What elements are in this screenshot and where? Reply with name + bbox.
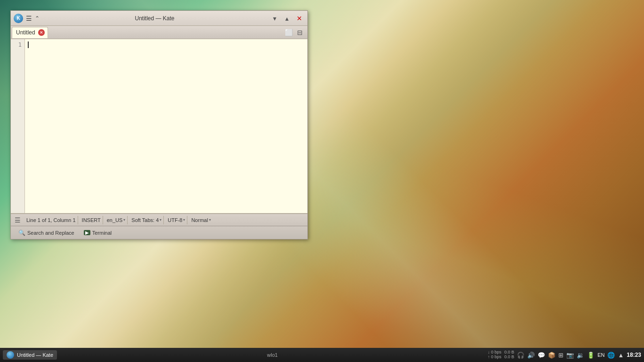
headphone-icon[interactable]: 🎧 [517, 352, 524, 359]
indent-value: Soft Tabs: 4 [131, 217, 159, 223]
taskbar-center: wlo1 [59, 352, 486, 358]
editor-area: 1 [11, 39, 307, 214]
split-icon: ⊟ [297, 29, 303, 36]
status-bar: ☰ Line 1 of 1, Column 1 INSERT en_US ▾ S… [11, 214, 307, 226]
title-bar-left: K ☰ ⌃ [14, 14, 40, 23]
position-section: Line 1 of 1, Column 1 [24, 216, 78, 224]
net-up-stat: ↑ 0 bps [488, 355, 501, 360]
hamburger-menu-icon[interactable]: ☰ [26, 15, 32, 22]
network-label: wlo1 [267, 352, 278, 358]
dropbox-icon[interactable]: 📦 [548, 352, 555, 359]
status-hamburger-icon[interactable]: ☰ [15, 216, 21, 224]
terminal-tab[interactable]: ▶ Terminal [80, 229, 116, 237]
maximize-arrow-icon: ▴ [285, 15, 289, 22]
screenshot-icon[interactable]: 📷 [566, 352, 574, 359]
encoding-section[interactable]: UTF-8 ▾ [166, 216, 187, 224]
wifi-icon[interactable]: 🌐 [607, 352, 615, 359]
language-chevron-icon: ▾ [123, 218, 125, 222]
title-bar: K ☰ ⌃ Untitled — Kate ▾ ▴ ✕ [11, 11, 307, 26]
tab-title: Untitled [16, 29, 35, 36]
kate-logo-icon: K [14, 14, 23, 23]
tab-close-button[interactable]: ✕ [38, 29, 45, 36]
encoding-value: UTF-8 [168, 217, 182, 223]
maximize-button[interactable]: ▴ [282, 13, 292, 24]
close-icon: ✕ [297, 15, 302, 22]
data-usage: 0.0 B 0.0 B [504, 350, 514, 360]
encoding-chevron-icon: ▾ [183, 218, 185, 222]
messenger-icon[interactable]: 💬 [538, 352, 545, 359]
text-cursor [28, 41, 29, 48]
tray-arrow-icon[interactable]: ▲ [618, 352, 624, 359]
tab-bar: Untitled ✕ ⬜ ⊟ [11, 26, 307, 39]
taskbar-app-icon [7, 351, 14, 359]
terminal-icon: ▶ [84, 230, 90, 235]
terminal-label: Terminal [92, 230, 112, 236]
highlight-value: Normal [191, 217, 208, 223]
taskbar-app-title: Untitled — Kate [17, 352, 53, 358]
network-stats: ↓ 0 bps ↑ 0 bps [488, 350, 501, 360]
close-button[interactable]: ✕ [294, 13, 305, 24]
search-replace-tab[interactable]: 🔍 Search and Replace [15, 229, 78, 237]
mode-section: INSERT [80, 216, 103, 224]
indent-chevron-icon: ▾ [160, 218, 161, 222]
data-up: 0.0 B [504, 355, 514, 360]
locale-label: EN [597, 352, 604, 358]
taskbar-right: ↓ 0 bps ↑ 0 bps 0.0 B 0.0 B 🎧 🔊 💬 📦 ⊞ 📷 … [488, 350, 641, 360]
highlight-chevron-icon: ▾ [209, 218, 211, 222]
apps-icon[interactable]: ⊞ [558, 352, 564, 359]
indent-section[interactable]: Soft Tabs: 4 ▾ [129, 216, 164, 224]
tab-close-icon: ✕ [40, 30, 43, 35]
search-replace-label: Search and Replace [27, 230, 74, 236]
active-tab[interactable]: Untitled ✕ [12, 27, 48, 38]
tab-bar-actions: ⬜ ⊟ [284, 28, 306, 37]
editor-content[interactable] [25, 39, 307, 213]
volume-icon[interactable]: 🔉 [577, 352, 584, 359]
kate-window: K ☰ ⌃ Untitled — Kate ▾ ▴ ✕ Untitled ✕ [10, 10, 308, 239]
window-title: Untitled — Kate [135, 15, 174, 22]
split-view-button[interactable]: ⊟ [295, 28, 305, 37]
minimize-icon: ▾ [273, 15, 276, 22]
taskbar: Untitled — Kate wlo1 ↓ 0 bps ↑ 0 bps 0.0… [0, 348, 644, 362]
cursor-position: Line 1 of 1, Column 1 [26, 217, 76, 223]
line-numbers: 1 [11, 39, 25, 213]
audio-icon[interactable]: 🔊 [527, 352, 535, 359]
search-icon: 🔍 [18, 230, 25, 236]
line-number-1: 1 [14, 41, 22, 49]
new-file-button[interactable]: ⬜ [284, 28, 293, 37]
edit-mode: INSERT [82, 217, 101, 223]
battery-icon[interactable]: 🔋 [587, 352, 595, 359]
language-value: en_US [107, 217, 123, 223]
maximize-icon[interactable]: ⌃ [35, 15, 40, 22]
taskbar-app-button[interactable]: Untitled — Kate [3, 350, 57, 360]
minimize-button[interactable]: ▾ [270, 13, 280, 24]
title-bar-controls: ▾ ▴ ✕ [270, 13, 305, 24]
bottom-toolbar: 🔍 Search and Replace ▶ Terminal [11, 226, 307, 239]
new-file-icon: ⬜ [285, 29, 293, 36]
highlight-section[interactable]: Normal ▾ [189, 216, 212, 224]
system-clock: 18:23 [627, 352, 641, 358]
language-section[interactable]: en_US ▾ [105, 216, 128, 224]
